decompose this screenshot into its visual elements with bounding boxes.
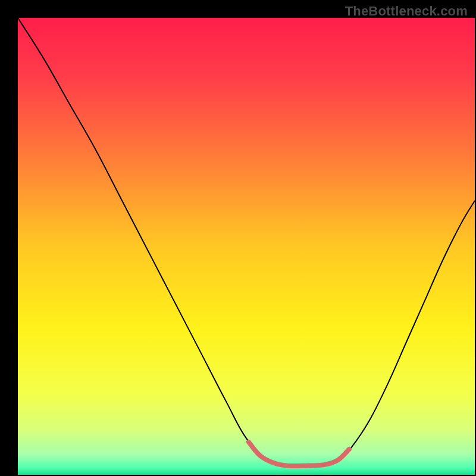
plot-background bbox=[18, 18, 475, 475]
chart-stage: TheBottleneck.com bbox=[0, 0, 476, 476]
bottleneck-plot bbox=[0, 0, 476, 476]
